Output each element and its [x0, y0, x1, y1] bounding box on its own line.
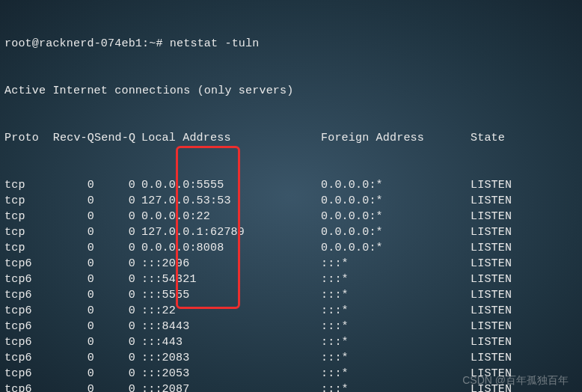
cell-foreign: :::* — [321, 350, 471, 366]
table-row: tcp000.0.0.0:80080.0.0.0:*LISTEN — [4, 240, 578, 256]
cell-local: :::443 — [135, 334, 321, 350]
cell-recvq: 0 — [49, 319, 94, 334]
cell-local: 127.0.0.1:62789 — [135, 224, 321, 240]
cell-recvq: 0 — [49, 334, 94, 350]
cell-foreign: 0.0.0.0:* — [321, 193, 471, 209]
cell-state: LISTEN — [471, 350, 512, 366]
cell-local: :::22 — [135, 303, 321, 319]
cell-sendq: 0 — [94, 334, 135, 350]
table-row: tcp600:::5555:::*LISTEN — [4, 287, 578, 303]
cell-state: LISTEN — [471, 224, 512, 240]
cell-local: 0.0.0.0:22 — [135, 209, 321, 224]
cell-foreign: :::* — [321, 256, 471, 272]
prompt-host: racknerd-074eb1 — [39, 37, 142, 50]
table-row: tcp600:::2096:::*LISTEN — [4, 256, 578, 272]
cell-recvq: 0 — [49, 240, 94, 256]
cell-proto: tcp6 — [4, 334, 49, 350]
table-row: tcp00127.0.0.53:530.0.0.0:*LISTEN — [4, 193, 578, 209]
prompt-user: root — [4, 37, 32, 50]
cell-recvq: 0 — [49, 287, 94, 303]
cell-state: LISTEN — [471, 177, 512, 193]
cell-sendq: 0 — [94, 350, 135, 366]
cell-local: :::2083 — [135, 350, 321, 366]
header-state: State — [471, 130, 505, 146]
cell-local: :::2096 — [135, 256, 321, 272]
cell-proto: tcp6 — [4, 350, 49, 366]
cell-proto: tcp — [4, 177, 49, 193]
cell-state: LISTEN — [471, 193, 512, 209]
cell-proto: tcp — [4, 240, 49, 256]
cell-sendq: 0 — [94, 256, 135, 272]
cell-foreign: :::* — [321, 334, 471, 350]
cell-sendq: 0 — [94, 382, 135, 392]
cell-local: :::2087 — [135, 382, 321, 392]
cell-local: :::8443 — [135, 319, 321, 334]
cell-recvq: 0 — [49, 350, 94, 366]
title-line: Active Internet connections (only server… — [4, 83, 578, 99]
table-row: tcp600:::443:::*LISTEN — [4, 334, 578, 350]
cell-local: 127.0.0.53:53 — [135, 193, 321, 209]
cell-local: 0.0.0.0:8008 — [135, 240, 321, 256]
cell-sendq: 0 — [94, 177, 135, 193]
cell-foreign: :::* — [321, 272, 471, 287]
cell-sendq: 0 — [94, 240, 135, 256]
cell-proto: tcp6 — [4, 287, 49, 303]
prompt-symbol: # — [156, 37, 162, 50]
cell-proto: tcp — [4, 193, 49, 209]
table-row: tcp600:::2053:::*LISTEN — [4, 366, 578, 382]
cell-foreign: 0.0.0.0:* — [321, 224, 471, 240]
terminal-output: root@racknerd-074eb1:~# netstat -tuln Ac… — [0, 0, 582, 392]
cell-state: LISTEN — [471, 256, 512, 272]
cell-proto: tcp6 — [4, 256, 49, 272]
cell-state: LISTEN — [471, 382, 512, 392]
cell-state: LISTEN — [471, 209, 512, 224]
cell-sendq: 0 — [94, 303, 135, 319]
cell-proto: tcp6 — [4, 366, 49, 382]
cell-foreign: 0.0.0.0:* — [321, 240, 471, 256]
cell-local: :::2053 — [135, 366, 321, 382]
cell-recvq: 0 — [49, 224, 94, 240]
cell-state: LISTEN — [471, 272, 512, 287]
cell-foreign: :::* — [321, 366, 471, 382]
cell-foreign: :::* — [321, 303, 471, 319]
prompt-line[interactable]: root@racknerd-074eb1:~# netstat -tuln — [4, 36, 578, 52]
cell-local: :::5555 — [135, 287, 321, 303]
cell-foreign: 0.0.0.0:* — [321, 209, 471, 224]
cell-state: LISTEN — [471, 334, 512, 350]
header-local: Local Address — [135, 130, 321, 146]
table-row: tcp600:::2087:::*LISTEN — [4, 382, 578, 392]
table-row: tcp600:::22:::*LISTEN — [4, 303, 578, 319]
rows-container: tcp000.0.0.0:55550.0.0.0:*LISTENtcp00127… — [4, 177, 578, 392]
cell-local: :::54321 — [135, 272, 321, 287]
cell-recvq: 0 — [49, 209, 94, 224]
cell-sendq: 0 — [94, 209, 135, 224]
header-recvq: Recv-Q — [49, 130, 94, 146]
header-foreign: Foreign Address — [321, 130, 471, 146]
cell-state: LISTEN — [471, 303, 512, 319]
cell-recvq: 0 — [49, 256, 94, 272]
table-row: tcp600:::54321:::*LISTEN — [4, 272, 578, 287]
table-row: tcp00127.0.0.1:627890.0.0.0:*LISTEN — [4, 224, 578, 240]
cell-foreign: :::* — [321, 287, 471, 303]
cell-foreign: :::* — [321, 382, 471, 392]
cell-state: LISTEN — [471, 319, 512, 334]
cell-sendq: 0 — [94, 287, 135, 303]
cell-recvq: 0 — [49, 177, 94, 193]
cell-foreign: :::* — [321, 319, 471, 334]
header-proto: Proto — [4, 130, 49, 146]
cell-recvq: 0 — [49, 303, 94, 319]
cell-proto: tcp — [4, 224, 49, 240]
cell-recvq: 0 — [49, 193, 94, 209]
table-row: tcp600:::8443:::*LISTEN — [4, 319, 578, 334]
cell-sendq: 0 — [94, 193, 135, 209]
cell-state: LISTEN — [471, 366, 512, 382]
table-row: tcp000.0.0.0:220.0.0.0:*LISTEN — [4, 209, 578, 224]
cell-sendq: 0 — [94, 272, 135, 287]
cell-recvq: 0 — [49, 382, 94, 392]
cell-proto: tcp6 — [4, 272, 49, 287]
table-row: tcp600:::2083:::*LISTEN — [4, 350, 578, 366]
cell-recvq: 0 — [49, 366, 94, 382]
cell-recvq: 0 — [49, 272, 94, 287]
cell-proto: tcp6 — [4, 319, 49, 334]
cell-proto: tcp6 — [4, 303, 49, 319]
